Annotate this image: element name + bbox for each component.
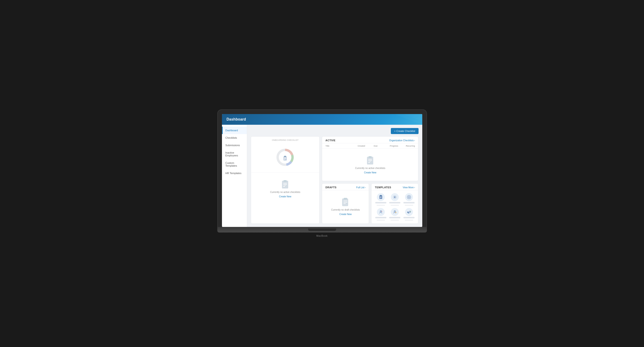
active-table-header: Title Created Due Progress Recurring: [322, 143, 418, 149]
left-panel-empty-state: Currently no active checklists Create Ne…: [251, 173, 320, 205]
drafts-full-list-link[interactable]: Full List ›: [356, 186, 366, 189]
left-panel-empty-text: Currently no active checklists: [270, 191, 300, 193]
sidebar-item-inactive-employees[interactable]: Inactive Employees: [222, 149, 247, 159]
templates-card-header: TEMPLATES View More ›: [372, 184, 418, 190]
svg-rect-19: [344, 198, 347, 199]
svg-rect-11: [284, 180, 287, 182]
svg-point-30: [380, 211, 382, 212]
template-icon-5: [391, 208, 399, 216]
template-sublabel-4: [376, 220, 385, 221]
active-empty-state: Currently no active checklists Create Ne…: [322, 149, 418, 181]
template-item-5[interactable]: [389, 208, 401, 221]
create-checklist-button[interactable]: + Create Checklist: [391, 128, 418, 134]
sidebar-item-hr-templates[interactable]: HR Templates: [222, 169, 247, 177]
drafts-card-header: DRAFTS Full List ›: [322, 184, 369, 190]
template-icon-6: [405, 208, 413, 216]
templates-view-more-link[interactable]: View More ›: [403, 186, 415, 189]
svg-point-29: [408, 197, 410, 198]
template-label-4: [375, 217, 386, 218]
sidebar-item-dashboard[interactable]: Dashboard: [222, 127, 247, 134]
bottom-right-panels: DRAFTS Full List ›: [322, 183, 418, 224]
active-org-checklists-link[interactable]: Organization Checklists ›: [389, 139, 415, 142]
drafts-create-link[interactable]: Create New: [339, 213, 352, 216]
left-panel-card: ONBOARDING CHECKLIST: [251, 136, 320, 224]
drafts-empty-icon: [341, 197, 350, 207]
templates-panel-card: TEMPLATES View More ›: [371, 183, 418, 224]
active-create-link[interactable]: Create New: [364, 171, 376, 174]
sidebar-item-custom-templates[interactable]: Custom Templates: [222, 159, 247, 169]
template-label-3: [404, 202, 414, 203]
templates-card-title: TEMPLATES: [375, 186, 391, 189]
laptop-bezel: Dashboard Dashboard Checklists Submissio…: [217, 109, 427, 227]
template-icon-2: [391, 193, 399, 201]
template-icon-4: [377, 208, 385, 216]
template-item-1[interactable]: [375, 193, 387, 206]
main-content: + Create Checklist ONBOARDING CHECKLIST: [247, 125, 422, 227]
template-item-6[interactable]: [403, 208, 415, 221]
drafts-empty-text: Currently no draft checklists: [331, 209, 360, 211]
template-icon-3: [405, 193, 413, 201]
template-label-5: [389, 217, 400, 218]
macbook-label: MacBook: [316, 235, 328, 237]
app-header: Dashboard: [222, 114, 422, 125]
col-created: Created: [358, 145, 374, 147]
template-sublabel-1: [376, 205, 385, 206]
active-panel-card: ACTIVE Organization Checklists › Title C…: [322, 136, 418, 181]
active-empty-icon: [366, 156, 375, 165]
laptop-wrapper: Dashboard Dashboard Checklists Submissio…: [217, 109, 427, 238]
sidebar-item-submissions[interactable]: Submissions: [222, 141, 247, 149]
clipboard-icon: [282, 156, 288, 161]
svg-rect-37: [408, 213, 409, 214]
active-card-header: ACTIVE Organization Checklists ›: [322, 137, 418, 143]
laptop-screen: Dashboard Dashboard Checklists Submissio…: [222, 114, 422, 227]
template-sublabel-5: [390, 220, 399, 221]
template-sublabel-3: [405, 205, 413, 206]
svg-point-39: [410, 211, 411, 212]
left-panel-create-link[interactable]: Create New: [279, 195, 291, 198]
sidebar: Dashboard Checklists Submissions Inactiv…: [222, 125, 247, 227]
col-due: Due: [374, 145, 390, 147]
svg-rect-7: [284, 156, 286, 157]
svg-rect-23: [380, 196, 382, 199]
col-title: Title: [326, 145, 358, 147]
template-sublabel-6: [405, 220, 413, 221]
templates-icon-grid: [372, 190, 418, 223]
template-item-4[interactable]: [375, 208, 387, 221]
left-card-top: ONBOARDING CHECKLIST: [251, 137, 320, 173]
laptop-base: [217, 227, 427, 233]
col-progress: Progress: [390, 145, 406, 147]
template-label-6: [404, 217, 414, 218]
template-sublabel-2: [390, 205, 399, 206]
active-card-title: ACTIVE: [326, 139, 336, 142]
svg-rect-15: [369, 156, 372, 158]
svg-point-31: [382, 211, 382, 212]
app-title: Dashboard: [226, 117, 246, 121]
template-label-2: [389, 202, 400, 203]
template-icon-1: [377, 193, 385, 201]
drafts-panel-card: DRAFTS Full List ›: [322, 183, 369, 224]
svg-point-28: [394, 196, 396, 198]
col-recurring: Recurring: [406, 145, 415, 147]
template-item-3[interactable]: [403, 193, 415, 206]
template-label-1: [375, 202, 386, 203]
donut-chart-container: [254, 143, 316, 170]
empty-clipboard-icon: [280, 180, 290, 189]
drafts-empty-state: Currently no draft checklists Create New: [322, 190, 369, 223]
dashboard-grid: ONBOARDING CHECKLIST: [251, 136, 418, 224]
top-bar: + Create Checklist: [251, 128, 418, 134]
left-card-subtitle: ONBOARDING CHECKLIST: [254, 139, 316, 141]
drafts-card-title: DRAFTS: [326, 186, 336, 189]
sidebar-item-checklists[interactable]: Checklists: [222, 134, 247, 141]
template-item-2[interactable]: [389, 193, 401, 206]
app-body: Dashboard Checklists Submissions Inactiv…: [222, 125, 422, 227]
donut-icon-overlay: [282, 156, 288, 162]
laptop-notch: [308, 229, 336, 231]
svg-point-32: [394, 211, 396, 212]
svg-rect-24: [380, 195, 382, 196]
active-empty-text: Currently no active checklists: [355, 167, 386, 169]
